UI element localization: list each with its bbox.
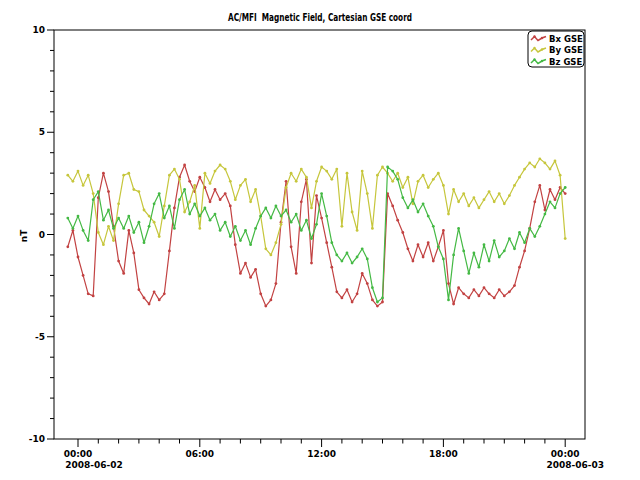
- data-point-marker: [457, 200, 460, 203]
- data-point-marker: [264, 247, 267, 250]
- data-point-marker: [335, 290, 338, 293]
- data-point-marker: [533, 166, 536, 169]
- data-point-marker: [82, 274, 85, 277]
- data-point-marker: [493, 200, 496, 203]
- data-point-marker: [158, 192, 161, 195]
- data-point-marker: [457, 286, 460, 289]
- data-point-marker: [285, 186, 288, 189]
- data-point-marker: [447, 213, 450, 216]
- magnetic-field-chart: AC/MFI Magnetic Field, Cartesian GSE coo…: [0, 0, 640, 480]
- data-point-marker: [234, 198, 237, 201]
- data-point-marker: [72, 180, 75, 183]
- data-point-marker: [437, 172, 440, 175]
- data-point-marker: [66, 217, 69, 220]
- data-point-marker: [97, 231, 100, 234]
- data-point-marker: [102, 243, 105, 246]
- data-point-marker: [112, 227, 115, 230]
- data-point-marker: [77, 215, 80, 218]
- data-point-marker: [127, 215, 130, 218]
- data-point-marker: [275, 205, 278, 208]
- data-point-marker: [335, 168, 338, 171]
- x-tick-time-label: 12:00: [307, 449, 336, 459]
- data-point-marker: [117, 217, 120, 220]
- data-point-marker: [183, 211, 186, 214]
- data-point-marker: [351, 211, 354, 214]
- data-point-marker: [229, 235, 232, 238]
- data-point-marker: [214, 170, 217, 173]
- data-point-marker: [417, 180, 420, 183]
- data-point-marker: [214, 213, 217, 216]
- data-point-marker: [564, 186, 567, 189]
- data-point-marker: [498, 256, 501, 259]
- data-point-marker: [143, 241, 146, 244]
- data-point-marker: [325, 241, 328, 244]
- data-point-marker: [127, 229, 130, 232]
- data-point-marker: [87, 292, 90, 295]
- data-point-marker: [544, 162, 547, 165]
- data-point-marker: [538, 225, 541, 228]
- data-point-marker: [533, 235, 536, 238]
- data-point-marker: [300, 200, 303, 203]
- data-point-marker: [92, 192, 95, 195]
- legend-entry-label: By GSE: [549, 45, 583, 55]
- data-point-marker: [330, 266, 333, 269]
- data-point-marker: [538, 157, 541, 160]
- data-point-marker: [432, 225, 435, 228]
- data-point-marker: [457, 227, 460, 230]
- data-point-marker: [270, 254, 273, 257]
- data-point-marker: [315, 194, 318, 197]
- data-point-marker: [143, 297, 146, 300]
- data-point-marker: [533, 200, 536, 203]
- data-point-marker: [488, 260, 491, 263]
- data-point-marker: [244, 178, 247, 181]
- legend-marker-icon: [533, 47, 535, 49]
- data-point-marker: [452, 303, 455, 306]
- data-point-marker: [366, 258, 369, 261]
- data-point-marker: [138, 288, 141, 291]
- plot-frame: [54, 30, 585, 439]
- data-point-marker: [559, 192, 562, 195]
- data-point-marker: [127, 172, 130, 175]
- data-point-marker: [518, 266, 521, 269]
- data-point-marker: [503, 295, 506, 298]
- series-line-by-gse: [68, 159, 565, 255]
- data-point-marker: [300, 168, 303, 171]
- data-point-marker: [219, 229, 222, 232]
- data-point-marker: [92, 295, 95, 298]
- data-point-marker: [163, 292, 166, 295]
- data-point-marker: [346, 252, 349, 255]
- data-point-marker: [259, 292, 262, 295]
- data-point-marker: [447, 282, 450, 285]
- data-point-marker: [117, 202, 120, 205]
- y-tick-label: 10: [32, 25, 45, 35]
- data-point-marker: [503, 202, 506, 205]
- data-point-marker: [417, 243, 420, 246]
- data-point-marker: [381, 301, 384, 304]
- series-bx-gse: [66, 164, 566, 308]
- data-point-marker: [442, 184, 445, 187]
- data-point-marker: [72, 227, 75, 230]
- data-point-marker: [356, 229, 359, 232]
- data-point-marker: [239, 184, 242, 187]
- data-point-marker: [66, 245, 69, 248]
- y-tick-label: -5: [35, 332, 45, 342]
- data-point-marker: [391, 180, 394, 183]
- data-point-marker: [198, 227, 201, 230]
- x-tick-date-label: 2008-06-02: [65, 460, 123, 470]
- data-point-marker: [310, 237, 313, 240]
- data-point-marker: [305, 219, 308, 222]
- data-point-marker: [117, 260, 120, 263]
- data-point-marker: [285, 180, 288, 183]
- data-point-marker: [224, 221, 227, 224]
- data-point-marker: [249, 243, 252, 246]
- data-point-marker: [513, 184, 516, 187]
- data-point-marker: [442, 229, 445, 232]
- data-point-marker: [224, 168, 227, 171]
- data-point-marker: [295, 213, 298, 216]
- data-point-marker: [285, 209, 288, 212]
- data-point-marker: [356, 256, 359, 259]
- data-point-marker: [401, 196, 404, 199]
- chart-window: AC/MFI Magnetic Field, Cartesian GSE coo…: [0, 0, 640, 480]
- data-point-marker: [518, 231, 521, 234]
- x-tick-time-label: 00:00: [551, 449, 580, 459]
